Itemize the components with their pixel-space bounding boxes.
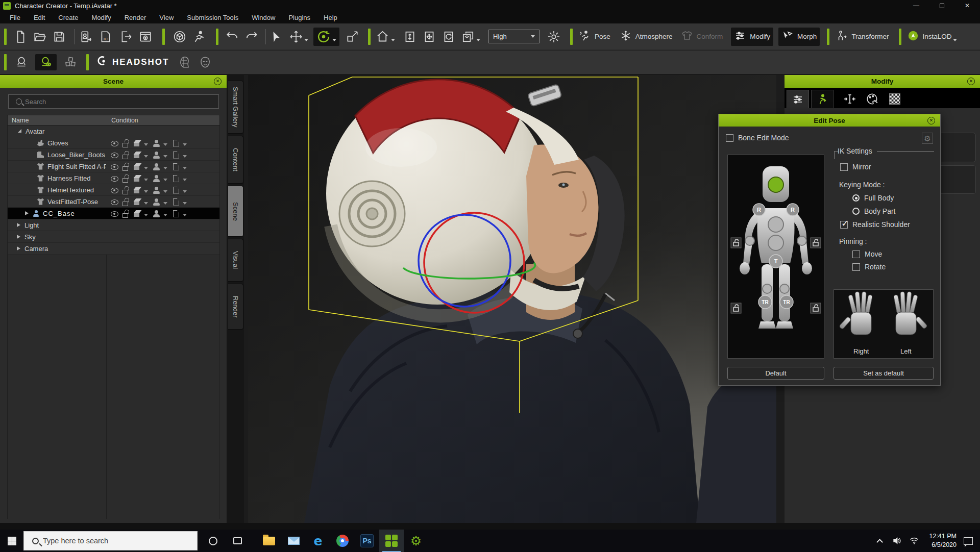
menu-view[interactable]: View [153,14,180,21]
select-tool-button[interactable] [270,30,283,43]
realistic-shoulder-field[interactable]: Realistic Shoulder [840,220,910,229]
visibility-eye-icon[interactable] [110,150,119,159]
menu-modify[interactable]: Modify [85,14,117,21]
avatar-bust-icon[interactable] [152,162,161,171]
scale-tool-button[interactable] [346,30,359,43]
chevron-down-icon[interactable] [144,167,148,169]
chevron-down-icon[interactable] [163,179,167,181]
morph-button-active[interactable]: Morph [778,28,820,46]
full-body-field[interactable]: Full Body [852,194,894,202]
avatar-bust-icon[interactable] [152,209,161,218]
material-cube-icon[interactable] [133,174,141,183]
tree-row-cc-base-selected[interactable]: CC_Base [8,208,219,219]
material-cube-icon[interactable] [133,150,141,159]
scene-search[interactable] [8,94,219,109]
unlock-icon[interactable] [121,186,130,194]
unlock-icon[interactable] [121,197,130,206]
chevron-down-icon[interactable] [163,155,167,158]
menu-create[interactable]: Create [52,14,85,21]
close-icon[interactable]: ✕ [214,78,222,85]
character-animation-button[interactable] [192,30,206,43]
visibility-eye-icon[interactable] [110,209,119,218]
pose-button[interactable]: Pose [579,30,610,44]
new-project-button[interactable] [14,30,27,43]
action-center-button[interactable] [964,537,973,545]
rotate-tool-button-active[interactable] [313,28,339,46]
chevron-down-icon[interactable] [144,143,148,146]
chevron-down-icon[interactable] [183,167,187,169]
tree-row-helmet-textured[interactable]: HelmetTextured [8,184,219,196]
orbit-view-button[interactable] [442,30,455,43]
taskbar-search[interactable] [23,531,198,550]
iclone-button[interactable]: ⚙ [404,530,428,552]
quality-dropdown[interactable]: High [488,30,540,43]
close-button[interactable]: ✕ [954,0,980,11]
chevron-down-icon[interactable] [183,202,187,205]
tab-attribute-sliders[interactable] [787,90,809,108]
file-icon[interactable] [172,162,180,171]
edge-button[interactable]: e [306,530,330,552]
menu-file[interactable]: File [3,14,27,21]
file-icon[interactable] [172,150,180,159]
maximize-button[interactable] [929,0,954,11]
modify-button-active[interactable]: Modify [731,28,773,46]
spring-edit-button[interactable] [15,56,28,69]
collapsed-triangle-icon[interactable] [25,211,29,215]
viewport-3d[interactable] [248,75,776,523]
collapsed-triangle-icon[interactable] [17,235,20,239]
material-cube-icon[interactable] [133,197,141,206]
move-field[interactable]: Move [852,250,882,258]
chevron-down-icon[interactable] [163,202,167,205]
instalod-button[interactable]: InstaLOD [908,30,957,43]
wifi-button[interactable] [905,530,923,552]
character-creator-button-active[interactable] [379,530,404,552]
file-icon[interactable] [172,139,180,147]
file-icon[interactable] [172,209,180,218]
volume-button[interactable] [888,530,905,552]
visibility-eye-icon[interactable] [110,197,119,206]
menu-window[interactable]: Window [245,14,282,21]
save-button[interactable] [53,30,66,43]
column-name[interactable]: Name [8,117,106,124]
column-condition[interactable]: Condition [106,117,219,124]
task-view-button[interactable] [225,530,250,552]
render-preview-button[interactable] [139,30,152,43]
pan-view-button[interactable] [423,30,436,43]
spring-preview-button-active[interactable] [35,54,57,70]
body-part-radio[interactable] [852,208,860,215]
rotate-field[interactable]: Rotate [852,263,886,271]
unlock-icon[interactable] [121,162,130,171]
body-part-field[interactable]: Body Part [852,207,895,215]
pack-project-button[interactable] [173,30,186,43]
body-part-diagram[interactable]: R R T TR TR [727,155,824,359]
tree-row-light[interactable]: Light [8,219,219,231]
expanded-triangle-icon[interactable] [18,129,21,133]
chevron-down-icon[interactable] [183,179,187,181]
move-tool-button[interactable] [289,30,303,43]
material-cube-icon[interactable] [133,186,141,194]
chevron-down-icon[interactable] [476,39,480,41]
collapsed-triangle-icon[interactable] [17,246,20,250]
tree-row-vest-fitted[interactable]: VestFittedT-Pose [8,196,219,208]
lighting-sun-button[interactable] [547,30,561,44]
edit-pose-dialog[interactable]: Edit Pose ✕ Bone Edit Mode ⚙ [718,114,941,386]
tree-row-gloves[interactable]: Gloves [8,137,219,149]
bone-edit-mode-field[interactable]: Bone Edit Mode [726,134,789,142]
atmosphere-button[interactable]: Atmosphere [620,30,673,44]
home-view-button[interactable] [376,30,389,43]
visibility-eye-icon[interactable] [110,162,119,171]
unlock-icon[interactable] [121,139,130,147]
material-cube-icon[interactable] [133,209,141,218]
face-mask-button[interactable] [199,56,212,69]
tree-row-sky[interactable]: Sky [8,231,219,243]
minimize-button[interactable]: — [903,0,929,11]
chevron-down-icon[interactable] [391,39,395,41]
gear-icon[interactable]: ⚙ [922,133,933,144]
menu-plugins[interactable]: Plugins [282,14,317,21]
chrome-button[interactable] [330,530,355,552]
transformer-button[interactable]: Transformer [836,30,889,44]
tree-row-avatar[interactable]: Avatar [8,126,219,137]
full-body-radio-selected[interactable] [852,194,860,202]
chevron-down-icon[interactable] [144,202,148,205]
material-palette-icon[interactable] [862,90,883,108]
